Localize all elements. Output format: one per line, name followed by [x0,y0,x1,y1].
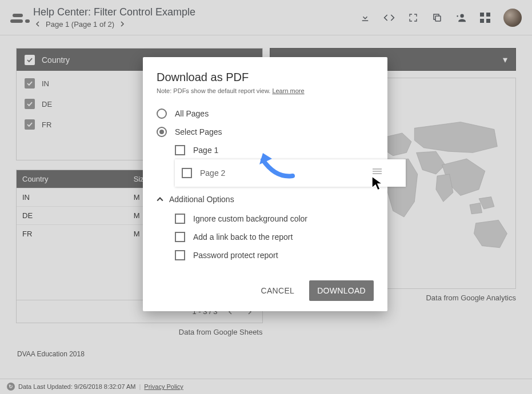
radio-all-pages[interactable]: All Pages [157,104,374,123]
checkbox-ignore-bg[interactable]: Ignore custom background color [157,210,374,228]
checkbox-icon [175,214,185,224]
checkbox-label: Page 2 [200,168,225,178]
radio-icon [157,108,167,119]
checkbox-page2[interactable]: Page 2 [175,159,406,187]
checkbox-icon [175,145,185,155]
radio-label: All Pages [175,109,209,118]
checkbox-label: Ignore custom background color [193,214,307,223]
learn-more-link[interactable]: Learn more [272,87,304,94]
section-header: Additional Options [169,195,234,204]
checkbox-page1[interactable]: Page 1 [157,141,374,159]
checkbox-label: Password protect report [193,251,278,260]
chevron-up-icon [157,196,163,203]
dialog-note: Note: PDFs show the default report view.… [157,87,374,94]
checkbox-icon [182,168,192,178]
checkbox-label: Add a link back to the report [193,232,293,242]
checkbox-icon [175,232,185,242]
checkbox-password[interactable]: Password protect report [157,246,374,264]
checkbox-label: Page 1 [193,146,218,155]
download-button[interactable]: DOWNLOAD [309,280,374,301]
download-pdf-dialog: Download as PDF Note: PDFs show the defa… [143,57,387,311]
additional-options-toggle[interactable]: Additional Options [157,189,374,210]
dialog-title: Download as PDF [157,71,374,84]
checkbox-icon [175,250,185,260]
radio-label: Select Pages [175,127,222,136]
radio-selected-icon [157,127,167,137]
checkbox-add-link[interactable]: Add a link back to the report [157,228,374,246]
cancel-button[interactable]: CANCEL [257,282,299,300]
drag-handle-icon[interactable] [373,168,382,174]
radio-select-pages[interactable]: Select Pages [157,123,374,141]
